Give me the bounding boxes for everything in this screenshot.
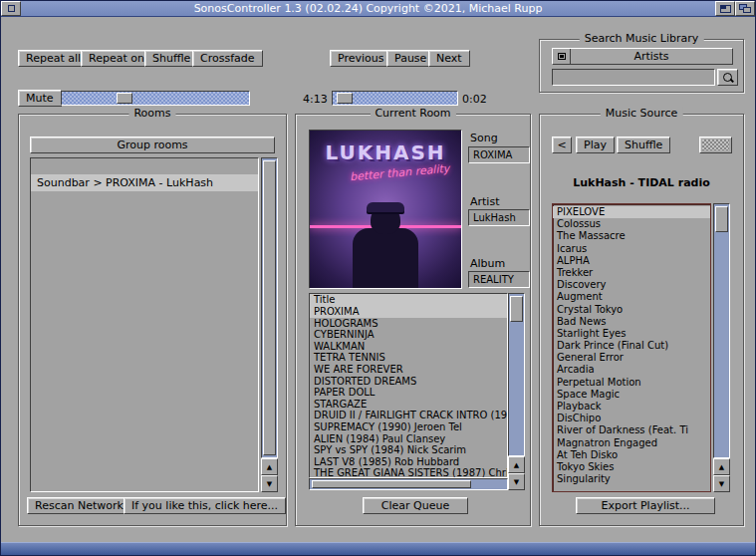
next-button[interactable]: Next (428, 50, 470, 67)
depth-gadget[interactable] (735, 1, 755, 16)
zoom-icon (720, 5, 731, 13)
room-list-item[interactable]: Soundbar > PROXIMA - LukHash (31, 174, 258, 191)
queue-list-item[interactable]: STARGAZE (310, 399, 507, 411)
source-list[interactable]: PIXELOVEColossusThe MassacreIcarusALPHAT… (552, 203, 711, 492)
source-shuffle-button[interactable]: Shuffle (617, 137, 670, 153)
source-list-item[interactable]: The Massacre (553, 230, 710, 242)
queue-list-item[interactable]: PAPER DOLL (310, 387, 507, 399)
rooms-group: Rooms Group rooms Soundbar > PROXIMA - L… (18, 114, 287, 526)
shuffle-button[interactable]: Shuffle (144, 50, 198, 67)
close-icon (8, 5, 15, 12)
queue-list-item[interactable]: DISTORTED DREAMS (310, 376, 507, 388)
source-scrollbar[interactable]: ▲ ▼ (713, 203, 730, 492)
up-arrow-icon: ▲ (267, 463, 272, 471)
artist-field[interactable]: LukHash (468, 209, 530, 226)
source-list-item[interactable]: Singularity (553, 473, 710, 485)
down-arrow-icon: ▼ (514, 478, 519, 486)
queue-hscroll-thumb[interactable] (312, 480, 471, 488)
source-list-item[interactable]: Starlight Eyes (553, 328, 710, 340)
group-rooms-button[interactable]: Group rooms (30, 137, 275, 153)
queue-list-item[interactable]: HOLOGRAMS (310, 318, 507, 330)
source-list-item[interactable]: Bad News (553, 316, 710, 328)
queue-scrollbar[interactable]: ▲ ▼ (508, 293, 525, 490)
rooms-list[interactable]: Soundbar > PROXIMA - LukHash (30, 157, 259, 492)
rooms-scrollbar[interactable]: ▲ ▼ (261, 157, 278, 492)
queue-list-item[interactable]: PROXIMA (310, 306, 507, 318)
source-list-item[interactable]: Magnatron Engaged (553, 437, 710, 449)
album-field[interactable]: REALITY (468, 271, 530, 288)
source-list-item[interactable]: River of Darkness (Feat. Ti (553, 424, 710, 436)
source-scroll-track[interactable] (713, 203, 730, 458)
progress-slider[interactable] (332, 91, 458, 106)
close-gadget[interactable] (1, 1, 21, 16)
like-this-button[interactable]: If you like this, click here... (124, 497, 286, 514)
queue-list-item[interactable]: THE GREAT GIANA SISTERS (1987) Chris (310, 467, 507, 478)
source-list-item[interactable]: General Error (553, 352, 710, 364)
queue-list-item[interactable]: SPY vs SPY (1984) Nick Scarim (310, 444, 507, 456)
crossfade-button[interactable]: Crossfade (192, 50, 263, 67)
queue-list-item[interactable]: WE ARE FOREVER (310, 364, 507, 376)
source-list-item[interactable]: Discovery (553, 279, 710, 291)
current-source-label: LukHash - TIDAL radio (540, 176, 743, 189)
queue-scroll-track[interactable] (508, 293, 525, 456)
clear-queue-button[interactable]: Clear Queue (363, 497, 468, 514)
rooms-scroll-up-button[interactable]: ▲ (261, 458, 278, 475)
source-list-item[interactable]: Perpetual Motion (553, 377, 710, 389)
source-pattern-button[interactable] (699, 137, 732, 153)
search-button[interactable] (717, 69, 738, 86)
source-scroll-thumb[interactable] (715, 206, 728, 232)
source-list-item[interactable]: PIXELOVE (553, 206, 710, 218)
source-list-item[interactable]: At Teh Disko (553, 449, 710, 461)
source-list-item[interactable]: Space Magic (553, 389, 710, 401)
export-playlist-button[interactable]: Export Playlist... (576, 497, 715, 514)
queue-hscrollbar[interactable] (309, 478, 508, 490)
source-list-item[interactable]: Icarus (553, 243, 710, 255)
screen-bottom-border (1, 542, 755, 555)
source-back-button[interactable]: < (552, 137, 572, 153)
progress-slider-thumb[interactable] (337, 93, 353, 104)
queue-scroll-up-button[interactable]: ▲ (508, 456, 525, 473)
dither-pattern-icon (702, 139, 729, 150)
rooms-scroll-track[interactable] (261, 157, 278, 458)
zoom-gadget[interactable] (715, 1, 735, 16)
queue-list-item[interactable]: ALIEN (1984) Paul Clansey (310, 433, 507, 445)
source-list-item[interactable]: DisChipo (553, 413, 710, 424)
source-list-item[interactable]: Tokyo Skies (553, 461, 710, 473)
source-list-item[interactable]: Playback (553, 401, 710, 413)
source-list-item[interactable]: Augment (553, 291, 710, 303)
previous-button[interactable]: Previous (330, 50, 392, 67)
source-list-item[interactable]: Colossus (553, 218, 710, 230)
source-play-button[interactable]: Play (576, 137, 615, 153)
search-input[interactable] (552, 69, 715, 86)
volume-slider[interactable] (61, 91, 250, 106)
mute-button[interactable]: Mute (18, 90, 62, 107)
queue-list-item[interactable]: WALKMAN (310, 341, 507, 353)
source-list-item[interactable]: Arcadia (553, 364, 710, 376)
queue-list-item[interactable]: LAST V8 (1985) Rob Hubbard (310, 456, 507, 468)
source-scroll-up-button[interactable]: ▲ (713, 458, 730, 475)
volume-slider-thumb[interactable] (117, 93, 132, 104)
queue-column-header[interactable]: Title (310, 294, 507, 306)
search-category-cycle[interactable]: Artists (552, 48, 733, 65)
rooms-scroll-down-button[interactable]: ▼ (261, 475, 278, 492)
rescan-network-button[interactable]: Rescan Network (27, 497, 131, 514)
source-list-item[interactable]: Crystal Tokyo (553, 304, 710, 316)
queue-scroll-thumb[interactable] (510, 296, 523, 322)
queue-scroll-down-button[interactable]: ▼ (508, 473, 525, 490)
queue-list[interactable]: PROXIMAHOLOGRAMSCYBERNINJAWALKMANTETRA T… (310, 306, 507, 478)
source-scroll-down-button[interactable]: ▼ (713, 475, 730, 492)
rooms-group-title: Rooms (128, 107, 175, 120)
queue-list-item[interactable]: SUPREMACY (1990) Jeroen Tel (310, 421, 507, 433)
repeat-all-button[interactable]: Repeat all (18, 50, 89, 67)
queue-list-item[interactable]: TETRA TENNIS (310, 352, 507, 364)
current-room-group-title: Current Room (370, 107, 455, 120)
song-field[interactable]: ROXIMA (468, 146, 530, 163)
queue-list-item[interactable]: DRUID II / FAIRLIGHT CRACK INTRO (19 (310, 410, 507, 421)
rooms-scroll-thumb[interactable] (263, 160, 276, 455)
source-list-item[interactable]: Dark Prince (Final Cut) (553, 340, 710, 352)
source-list-item[interactable]: ALPHA (553, 255, 710, 267)
queue-list-item[interactable]: CYBERNINJA (310, 329, 507, 341)
album-art-subtitle: better than reality (349, 162, 449, 184)
window-titlebar[interactable]: SonosController 1.3 (02.02.24) Copyright… (1, 1, 755, 17)
source-list-item[interactable]: Trekker (553, 267, 710, 279)
